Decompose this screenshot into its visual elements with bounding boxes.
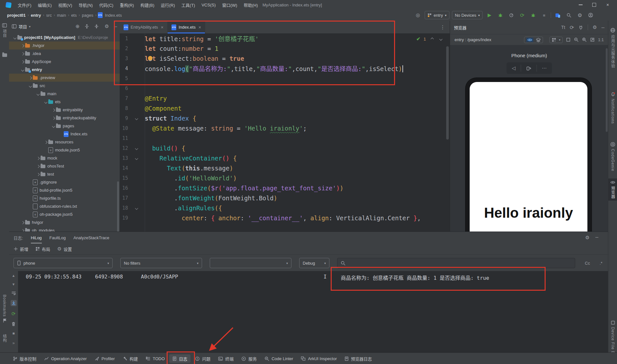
menu-item-11[interactable]: 帮助(H) [240, 0, 261, 10]
scroll-up-icon[interactable]: ▲ [12, 274, 15, 278]
tree-row-entry[interactable]: entry [9, 66, 120, 74]
zoom-in-icon[interactable] [582, 37, 587, 42]
status-item-终端[interactable]: 终端 [215, 354, 237, 363]
device-manager-icon[interactable] [554, 11, 562, 19]
chevron-right-icon[interactable] [36, 173, 40, 176]
menu-item-1[interactable]: 编辑(E) [35, 0, 55, 10]
log-action-新增[interactable]: 新增 [14, 246, 28, 252]
inspect-mode-eye-icon[interactable] [526, 38, 533, 42]
fold-marker-icon[interactable] [128, 116, 145, 121]
expand-all-icon[interactable] [85, 24, 89, 29]
sidebar-tab-structure[interactable]: 结构 [0, 334, 9, 342]
chevron-right-icon[interactable] [21, 44, 24, 48]
tree-row-pages[interactable]: pages [9, 122, 120, 130]
chevron-right-icon[interactable] [36, 165, 40, 168]
device-selector[interactable]: No Devices▾ [452, 11, 483, 19]
code-line-16[interactable]: 16 .fontSize($r('app.float.page_text_fon… [120, 183, 450, 193]
locate-icon[interactable]: ◎ [414, 11, 422, 19]
fold-marker-icon[interactable] [128, 156, 145, 160]
right-strip-tab-应用与元服务体验[interactable]: 应用与元服务体验 [608, 26, 617, 70]
menu-item-8[interactable]: 工具(T) [178, 0, 198, 10]
chevron-right-icon[interactable] [52, 117, 55, 120]
tag-filter-dropdown[interactable]: ▾ [210, 258, 291, 268]
chevron-right-icon[interactable] [44, 141, 47, 144]
sidebar-tab-commit[interactable] [0, 53, 9, 57]
code-line-7[interactable]: 7@Entry [120, 93, 450, 103]
tree-row-.idea[interactable]: .idea [9, 50, 120, 58]
chevron-down-icon[interactable] [44, 101, 47, 104]
breadcrumb-item-1[interactable]: entry [30, 13, 42, 18]
tree-row-mock[interactable]: mock [9, 154, 120, 162]
tree-row-build-profile.json5[interactable]: {}build-profile.json5 [9, 186, 120, 194]
tree-row-resources[interactable]: resources [9, 138, 120, 146]
tree-row-module.json5[interactable]: {}module.json5 [9, 146, 120, 154]
status-item-Operation Analyzer[interactable]: Operation Analyzer [41, 354, 90, 363]
status-item-预览器日志[interactable]: 预览器日志 [341, 354, 375, 363]
log-settings-gear-icon[interactable]: ⚙ [585, 235, 589, 241]
intention-bulb-icon[interactable] [148, 56, 152, 60]
right-strip-tab-预览器[interactable]: 预览器 [608, 178, 617, 201]
tree-row-.preview[interactable]: .preview [9, 74, 120, 82]
profiler-run-icon[interactable] [507, 11, 515, 19]
menu-item-3[interactable]: 导航(N) [75, 0, 96, 10]
previewer-settings-gear-icon[interactable]: ⚙ [593, 24, 597, 30]
close-icon[interactable]: × [602, 0, 613, 10]
editor-tab-Index.ets[interactable]: ETSIndex.ets× [168, 21, 205, 33]
chevron-down-icon[interactable] [21, 68, 24, 72]
chevron-right-icon[interactable] [21, 221, 24, 224]
editor-tab-EntryAbility.ets[interactable]: ETSEntryAbility.ets× [120, 21, 168, 33]
log-tab-FaultLog[interactable]: FaultLog [50, 232, 66, 243]
component-tree-layers-icon[interactable] [536, 38, 541, 42]
chevron-right-icon[interactable] [36, 157, 40, 160]
code-line-2[interactable]: 2let count:number = 1 [120, 43, 450, 53]
fit-to-screen-icon[interactable] [590, 37, 595, 42]
tree-row-hvigorfile.ts[interactable]: TShvigorfile.ts [9, 194, 120, 202]
tree-row-ets[interactable]: ets [9, 98, 120, 106]
code-line-13[interactable]: 13 RelativeContainer() { [120, 153, 450, 163]
code-line-9[interactable]: 9struct Index { [120, 113, 450, 123]
log-entry-row[interactable]: 09-25 09:32:55.8436492-8908A0c0d0/JSAPPI… [26, 274, 489, 281]
font-scale-icon[interactable]: Tt [561, 25, 565, 30]
chevron-right-icon[interactable] [52, 109, 55, 112]
more-ellipsis-icon[interactable]: ⋯ [537, 65, 552, 72]
module-selector[interactable]: entry▾ [425, 11, 449, 19]
prev-problem-icon[interactable] [431, 37, 434, 41]
chevron-down-icon[interactable] [13, 36, 16, 40]
menu-item-6[interactable]: 构建(B) [137, 0, 157, 10]
tree-row-.gitignore[interactable]: ⊘.gitignore [9, 178, 120, 186]
sidebar-tab-project[interactable]: 项目 [0, 23, 9, 38]
menu-item-10[interactable]: 窗口(W) [219, 0, 241, 10]
code-line-6[interactable]: 6 [120, 83, 450, 93]
breadcrumb-item-0[interactable]: project01 [6, 13, 26, 18]
status-item-TODO[interactable]: TODO [143, 354, 168, 363]
search-icon[interactable] [565, 11, 573, 19]
collapse-all-icon[interactable] [94, 24, 99, 29]
status-item-问题[interactable]: 问题 [192, 354, 214, 363]
code-line-11[interactable]: 11 [120, 133, 450, 143]
filter-dropdown[interactable]: No filters ▾ [120, 258, 202, 268]
editor-scrollbar[interactable] [446, 46, 449, 140]
log-action-设置[interactable]: ⚙设置 [57, 246, 72, 252]
project-view-title[interactable]: 项目 [19, 23, 27, 30]
menu-item-5[interactable]: 重构(R) [116, 0, 137, 10]
tree-row-entryability[interactable]: entryability [9, 106, 120, 114]
status-item-Code Linter[interactable]: Code Linter [261, 354, 296, 363]
next-problem-icon[interactable] [439, 37, 443, 41]
tree-row-AppScope[interactable]: AppScope [9, 58, 120, 66]
zoom-out-icon[interactable] [574, 37, 579, 42]
status-item-日志[interactable]: 日志 [169, 354, 190, 363]
account-icon[interactable] [586, 11, 595, 19]
right-strip-tab-Notifications[interactable]: Notifications [608, 90, 617, 126]
breadcrumb-item-4[interactable]: ets [70, 13, 77, 18]
restart-log-icon[interactable]: ⟳ [12, 311, 16, 317]
regex-toggle[interactable]: .* [600, 261, 603, 266]
scroll-down-icon[interactable]: ▼ [12, 282, 15, 286]
level-filter-dropdown[interactable]: Debug ▾ [299, 258, 329, 268]
preview-scrollbar[interactable] [606, 48, 608, 132]
chevron-right-icon[interactable] [21, 52, 24, 56]
close-tab-icon[interactable]: × [198, 25, 201, 30]
sidebar-tab-bookmarks[interactable]: Bookmarks [0, 295, 9, 323]
chevron-right-icon[interactable] [21, 229, 24, 232]
panel-options-gear-icon[interactable]: ⚙ [105, 23, 109, 29]
pause-log-icon[interactable]: ■ [12, 331, 14, 336]
